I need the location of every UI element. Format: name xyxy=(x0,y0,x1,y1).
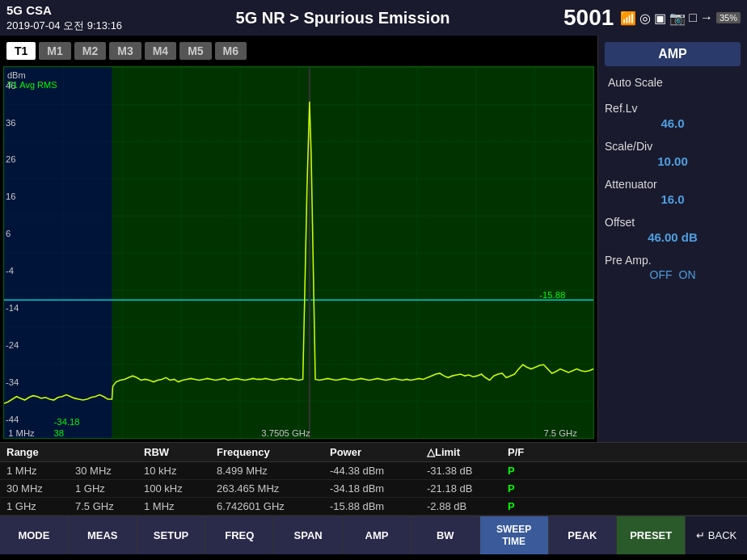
pre-amp-label: Pre Amp. xyxy=(605,254,741,267)
svg-text:3.7505 GHz: 3.7505 GHz xyxy=(261,428,310,438)
datetime: 2019-07-04 오전 9:13:16 xyxy=(6,19,122,33)
meas-table-header: Range RBW Frequency Power △Limit P/F xyxy=(0,443,747,462)
peak-label: -15.88 xyxy=(539,290,565,300)
span-button[interactable]: SPAN xyxy=(274,516,343,554)
battery-badge: 35% xyxy=(716,12,741,23)
table-row: 30 MHz 1 GHz 100 kHz 263.465 MHz -34.18 … xyxy=(0,480,747,498)
tab-m5[interactable]: M5 xyxy=(179,42,211,60)
meas-button[interactable]: MEAS xyxy=(69,516,137,554)
ref-lv-value[interactable]: 46.0 xyxy=(605,116,741,130)
row2-frequency: 263.465 MHz xyxy=(217,482,330,495)
row3-limit: -2.88 dB xyxy=(427,500,508,512)
svg-text:-44: -44 xyxy=(6,415,19,424)
row1-limit: -31.38 dB xyxy=(427,465,508,477)
tab-m3[interactable]: M3 xyxy=(109,42,141,60)
offset-value[interactable]: 46.00 dB xyxy=(605,230,741,244)
svg-rect-2 xyxy=(4,67,112,438)
row1-frequency: 8.499 MHz xyxy=(217,465,330,477)
header-power: Power xyxy=(330,446,427,458)
row3-pf: P xyxy=(508,500,515,512)
ref-lv-label: Ref.Lv xyxy=(605,102,741,115)
ref-lv-item: Ref.Lv 46.0 xyxy=(605,102,741,130)
svg-text:26: 26 xyxy=(6,154,16,164)
back-label: BACK xyxy=(708,529,736,541)
header-range: Range xyxy=(6,446,144,458)
mode-button[interactable]: MODE xyxy=(0,516,69,554)
t1-avg-label: T1 Avg RMS xyxy=(7,80,57,90)
tab-m4[interactable]: M4 xyxy=(145,42,176,60)
pre-amp-item: Pre Amp. OFF ON xyxy=(605,254,741,281)
tab-m6[interactable]: M6 xyxy=(215,42,247,60)
svg-text:-34: -34 xyxy=(6,377,19,387)
back-arrow-icon: ↵ xyxy=(696,529,705,541)
header-title: 5G NR > Spurious Emission xyxy=(122,9,563,27)
marker-value-2: 38 xyxy=(54,428,65,438)
header-frequency: Frequency xyxy=(217,446,330,458)
header-left: 5G CSA 2019-07-04 오전 9:13:16 xyxy=(6,2,122,33)
marker-tabs: T1 M1 M2 M3 M4 M5 M6 xyxy=(0,36,597,66)
sweep-time-button[interactable]: SWEEPTIME xyxy=(480,516,549,554)
target-icon: ◎ xyxy=(639,11,651,26)
table-row: 1 MHz 30 MHz 10 kHz 8.499 MHz -44.38 dBm… xyxy=(0,462,747,480)
setup-button[interactable]: SETUP xyxy=(137,516,206,554)
svg-text:6: 6 xyxy=(6,229,11,238)
chart-section: T1 M1 M2 M3 M4 M5 M6 dBm T1 Avg RMS xyxy=(0,36,597,442)
row3-frequency: 6.742601 GHz xyxy=(217,500,330,512)
preset-button[interactable]: PRESET xyxy=(617,516,686,554)
svg-text:7.5 GHz: 7.5 GHz xyxy=(543,428,577,438)
wifi-icon: 📶 xyxy=(620,11,636,26)
header-rbw: RBW xyxy=(144,446,217,458)
attenuator-value[interactable]: 16.0 xyxy=(605,192,741,206)
row3-range-end: 7.5 GHz xyxy=(75,500,144,512)
toolbar: MODE MEAS SETUP FREQ SPAN AMP BW SWEEPTI… xyxy=(0,516,747,554)
peak-button[interactable]: PEAK xyxy=(549,516,618,554)
svg-text:-14: -14 xyxy=(6,303,19,313)
auto-scale-button[interactable]: Auto Scale xyxy=(605,73,741,92)
attenuator-item: Attenuator 16.0 xyxy=(605,178,741,206)
marker-value-1: -34.18 xyxy=(54,417,80,427)
tab-m1[interactable]: M1 xyxy=(39,42,70,60)
scale-div-item: Scale/Div 10.00 xyxy=(605,140,741,168)
tab-m2[interactable]: M2 xyxy=(74,42,106,60)
meas-table: Range RBW Frequency Power △Limit P/F 1 M… xyxy=(0,442,747,516)
table-row: 1 GHz 7.5 GHz 1 MHz 6.742601 GHz -15.88 … xyxy=(0,498,747,516)
pre-amp-off-button[interactable]: OFF xyxy=(650,268,673,281)
row1-power: -44.38 dBm xyxy=(330,465,427,477)
amp-button[interactable]: AMP xyxy=(343,516,411,554)
scale-div-label: Scale/Div xyxy=(605,140,741,153)
svg-text:1 MHz: 1 MHz xyxy=(8,428,35,438)
row3-range-start: 1 GHz xyxy=(6,500,75,512)
offset-label: Offset xyxy=(605,216,741,229)
app-name: 5G CSA xyxy=(6,2,122,19)
auto-scale-item: Auto Scale xyxy=(605,73,741,92)
row2-range-end: 1 GHz xyxy=(75,482,144,495)
right-panel: AMP Auto Scale Ref.Lv 46.0 Scale/Div 10.… xyxy=(597,36,747,442)
pre-amp-controls: OFF ON xyxy=(605,268,741,281)
svg-text:16: 16 xyxy=(6,192,16,201)
offset-item: Offset 46.00 dB xyxy=(605,216,741,244)
panel-title: AMP xyxy=(605,42,741,66)
chart-svg: -34.18 38 -15.88 1 MHz 3.7505 GHz 7.5 GH… xyxy=(4,67,593,438)
dbm-label: dBm xyxy=(7,70,26,80)
cast-icon: □ xyxy=(689,11,697,25)
arrow-icon: → xyxy=(700,11,713,25)
row3-rbw: 1 MHz xyxy=(144,500,217,512)
row2-limit: -21.18 dB xyxy=(427,482,508,495)
bw-button[interactable]: BW xyxy=(411,516,480,554)
freq-button[interactable]: FREQ xyxy=(205,516,274,554)
status-icons: 📶 ◎ ▣ 📷 □ → 35% xyxy=(620,11,741,26)
camera-icon: 📷 xyxy=(669,11,686,26)
row1-pf: P xyxy=(508,465,515,477)
tab-t1[interactable]: T1 xyxy=(6,42,36,60)
row2-pf: P xyxy=(508,482,515,495)
header-right: 5001 📶 ◎ ▣ 📷 □ → 35% xyxy=(563,5,741,31)
svg-text:-4: -4 xyxy=(6,266,15,276)
back-button[interactable]: ↵ BACK xyxy=(686,516,747,554)
main-area: T1 M1 M2 M3 M4 M5 M6 dBm T1 Avg RMS xyxy=(0,36,747,442)
pre-amp-on-button[interactable]: ON xyxy=(679,268,696,281)
row1-rbw: 10 kHz xyxy=(144,465,217,477)
row3-power: -15.88 dBm xyxy=(330,500,427,512)
attenuator-label: Attenuator xyxy=(605,178,741,191)
row1-range-end: 30 MHz xyxy=(75,465,144,477)
scale-div-value[interactable]: 10.00 xyxy=(605,154,741,168)
